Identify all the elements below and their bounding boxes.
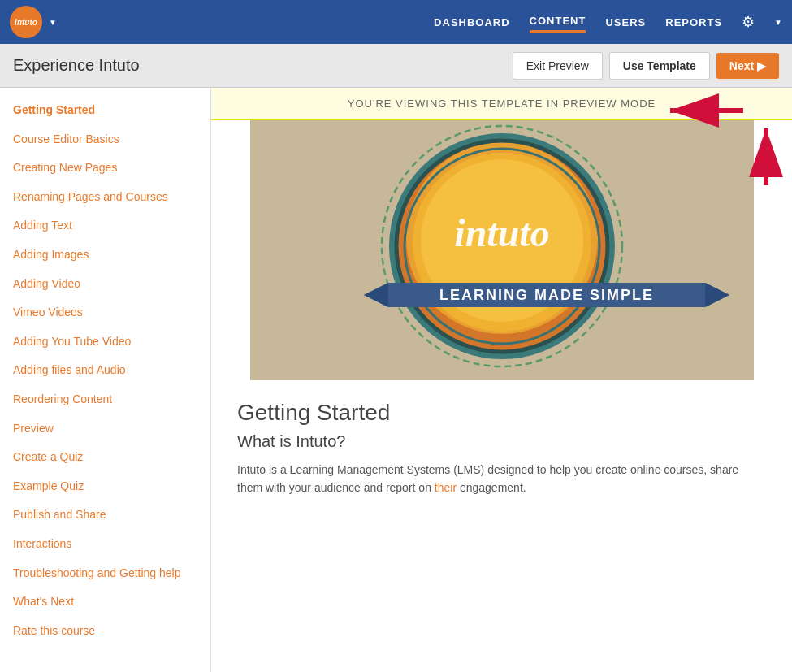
use-template-button[interactable]: Use Template (609, 52, 710, 80)
sidebar-item-getting-started[interactable]: Getting Started (0, 96, 210, 125)
sidebar-item-files-audio[interactable]: Adding files and Audio (0, 356, 210, 385)
sidebar-item-interactions[interactable]: Interactions (0, 530, 210, 559)
top-navigation: intuto ▼ DASHBOARD CONTENT USERS REPORTS… (0, 0, 792, 44)
svg-text:intuto: intuto (454, 211, 549, 254)
course-text-section: Getting Started What is Intuto? Intuto i… (211, 380, 792, 517)
sidebar-item-rate-course[interactable]: Rate this course (0, 617, 210, 646)
gear-icon[interactable]: ⚙ (742, 13, 755, 31)
sidebar-item-publish-share[interactable]: Publish and Share (0, 501, 210, 530)
sidebar-item-youtube-video[interactable]: Adding You Tube Video (0, 327, 210, 357)
hero-svg: intuto LEARNING MADE SIMPLE (250, 120, 754, 380)
sidebar-item-creating-new-pages[interactable]: Creating New Pages (0, 154, 210, 183)
gear-dropdown-arrow[interactable]: ▼ (774, 18, 782, 27)
course-subheading: What is Intuto? (237, 432, 766, 451)
sidebar-item-example-quiz[interactable]: Example Quiz (0, 472, 210, 501)
sidebar-item-create-quiz[interactable]: Create a Quiz (0, 443, 210, 472)
main-layout: Getting Started Course Editor Basics Cre… (0, 88, 792, 672)
nav-users[interactable]: USERS (605, 13, 646, 32)
nav-right: DASHBOARD CONTENT USERS REPORTS ⚙ ▼ (434, 11, 782, 33)
nav-dashboard[interactable]: DASHBOARD (434, 13, 510, 32)
sidebar-item-vimeo-videos[interactable]: Vimeo Videos (0, 298, 210, 327)
sidebar-item-course-editor-basics[interactable]: Course Editor Basics (0, 125, 210, 154)
page-title: Experience Intuto (13, 56, 140, 75)
sidebar-item-adding-video[interactable]: Adding Video (0, 270, 210, 299)
intuto-logo[interactable]: intuto (10, 6, 42, 38)
header-bar: Experience Intuto Exit Preview Use Templ… (0, 44, 792, 88)
sidebar-item-adding-text[interactable]: Adding Text (0, 211, 210, 241)
sidebar: Getting Started Course Editor Basics Cre… (0, 88, 211, 672)
next-button[interactable]: Next ▶ (716, 53, 779, 79)
report-link[interactable]: their (435, 481, 457, 494)
header-actions: Exit Preview Use Template Next ▶ (513, 52, 779, 80)
nav-content[interactable]: CONTENT (530, 11, 586, 33)
sidebar-item-adding-images[interactable]: Adding Images (0, 241, 210, 270)
sidebar-item-reordering-content[interactable]: Reordering Content (0, 385, 210, 414)
sidebar-item-troubleshooting[interactable]: Troubleshooting and Getting help (0, 559, 210, 588)
nav-left: intuto ▼ (10, 6, 57, 38)
course-hero-image: intuto LEARNING MADE SIMPLE (250, 120, 754, 380)
sidebar-item-renaming-pages[interactable]: Renaming Pages and Courses (0, 183, 210, 212)
course-body: Intuto is a Learning Management Systems … (237, 461, 766, 497)
content-area: YOU'RE VIEWING THIS TEMPLATE IN PREVIEW … (211, 88, 792, 672)
logo-dropdown-arrow[interactable]: ▼ (49, 18, 57, 27)
sidebar-item-whats-next[interactable]: What's Next (0, 587, 210, 617)
course-heading: Getting Started (237, 400, 766, 426)
exit-preview-button[interactable]: Exit Preview (513, 52, 603, 80)
nav-reports[interactable]: REPORTS (665, 13, 722, 32)
sidebar-item-preview[interactable]: Preview (0, 414, 210, 444)
preview-banner: YOU'RE VIEWING THIS TEMPLATE IN PREVIEW … (211, 88, 792, 120)
svg-text:LEARNING MADE SIMPLE: LEARNING MADE SIMPLE (439, 287, 653, 303)
logo-text: intuto (15, 18, 37, 27)
